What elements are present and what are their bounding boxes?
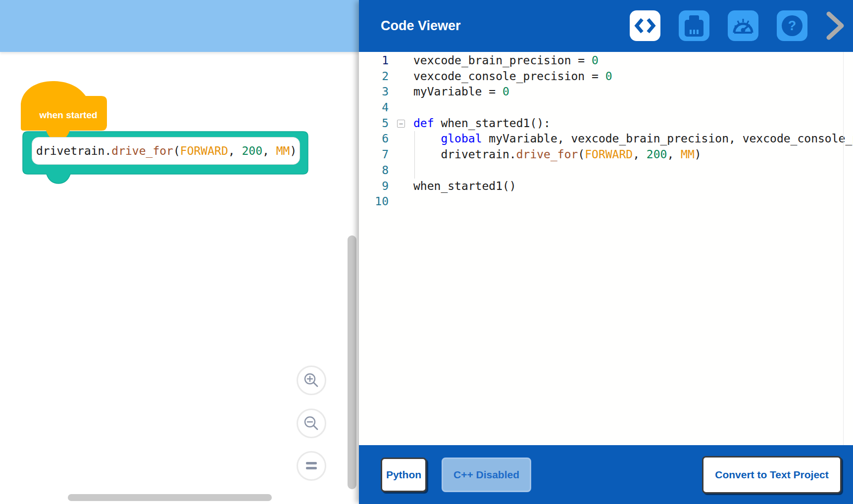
- zoom-out-button[interactable]: [297, 409, 326, 438]
- collapse-panel-chevron[interactable]: [825, 11, 846, 41]
- code-line[interactable]: 7 drivetrain.drive_for(FORWARD, 200, MM): [359, 147, 853, 163]
- code-line-text: when_started1(): [413, 179, 516, 194]
- block-token: 200: [242, 144, 262, 157]
- fold-gutter: [389, 179, 413, 194]
- panel-title: Code Viewer: [381, 0, 461, 52]
- fold-gutter: [389, 163, 413, 179]
- code-line[interactable]: 6 global myVariable, vexcode_brain_preci…: [359, 131, 853, 147]
- code-line[interactable]: 3myVariable = 0: [359, 84, 853, 100]
- line-number: 10: [359, 194, 389, 210]
- fold-gutter: [389, 69, 413, 85]
- code-line[interactable]: 2vexcode_console_precision = 0: [359, 69, 853, 85]
- block-token: (: [173, 144, 180, 157]
- code-icon: [634, 17, 656, 35]
- code-line-text: def when_started1():: [413, 116, 551, 132]
- line-number: 5: [359, 116, 389, 132]
- zoom-out-icon: [303, 415, 320, 432]
- code-line-text: vexcode_brain_precision = 0: [413, 53, 599, 69]
- block-token: ): [290, 144, 297, 157]
- zoom-in-button[interactable]: [297, 366, 326, 395]
- code-viewer-footer: Python C++ Disabled Convert to Text Proj…: [359, 445, 853, 504]
- block-token: FORWARD: [180, 144, 228, 157]
- editor-scrollbar-track-border: [843, 52, 844, 445]
- line-number: 6: [359, 131, 389, 147]
- fold-gutter: [389, 100, 413, 116]
- dashboard-view-button[interactable]: [728, 10, 758, 41]
- brain-view-button[interactable]: [679, 10, 709, 41]
- fold-gutter: [389, 53, 413, 69]
- code-line[interactable]: 8: [359, 163, 853, 179]
- help-icon: ?: [780, 14, 804, 38]
- block-token: drive_for: [111, 144, 173, 157]
- block-token: MM: [276, 144, 290, 157]
- code-line[interactable]: 4: [359, 100, 853, 116]
- drive-for-block-field[interactable]: drivetrain.drive_for(FORWARD, 200, MM): [32, 137, 300, 165]
- fold-gutter: [389, 194, 413, 210]
- help-button[interactable]: ?: [777, 10, 807, 41]
- fold-gutter: [389, 84, 413, 100]
- gauge-icon: [732, 16, 754, 36]
- code-line[interactable]: 5def when_started1():: [359, 116, 853, 132]
- svg-text:?: ?: [788, 18, 797, 33]
- code-line[interactable]: 10: [359, 194, 853, 210]
- fold-marker[interactable]: −: [397, 120, 405, 128]
- fold-gutter: [389, 131, 413, 147]
- block-token: ,: [228, 144, 242, 157]
- line-number: 7: [359, 147, 389, 163]
- zoom-in-icon: [303, 372, 320, 389]
- block-workspace[interactable]: when started drivetrain.drive_for(FORWAR…: [0, 0, 359, 504]
- code-line-text: myVariable = 0: [413, 84, 509, 100]
- code-line-text: vexcode_console_precision = 0: [413, 69, 612, 85]
- indent-guide: [414, 131, 415, 179]
- line-number: 2: [359, 69, 389, 85]
- code-editor[interactable]: 1vexcode_brain_precision = 02vexcode_con…: [359, 52, 853, 445]
- line-number: 3: [359, 84, 389, 100]
- line-number: 9: [359, 179, 389, 194]
- cpp-disabled-button[interactable]: C++ Disabled: [442, 458, 531, 492]
- code-viewer-header: Code Viewer: [359, 0, 853, 52]
- zoom-reset-icon: [304, 460, 319, 471]
- workspace-horizontal-scrollbar[interactable]: [68, 494, 272, 501]
- code-line-text: global myVariable, vexcode_brain_precisi…: [413, 131, 853, 147]
- block-token: drivetrain.: [36, 144, 111, 157]
- code-lines: 1vexcode_brain_precision = 02vexcode_con…: [359, 52, 853, 210]
- line-number: 8: [359, 163, 389, 179]
- workspace-vertical-scrollbar[interactable]: [348, 235, 356, 489]
- convert-to-text-project-button[interactable]: Convert to Text Project: [702, 456, 842, 494]
- brain-icon: [683, 14, 705, 37]
- code-viewer-panel: Code Viewer: [359, 0, 853, 504]
- code-line[interactable]: 9when_started1(): [359, 179, 853, 194]
- zoom-reset-button[interactable]: [297, 451, 326, 481]
- fold-gutter: [389, 147, 413, 163]
- code-line[interactable]: 1vexcode_brain_precision = 0: [359, 53, 853, 69]
- python-button[interactable]: Python: [381, 458, 427, 492]
- code-line-text: drivetrain.drive_for(FORWARD, 200, MM): [413, 147, 702, 163]
- when-started-block[interactable]: when started: [30, 108, 107, 123]
- blocks-canvas: [0, 0, 359, 247]
- code-viewer-tab-button[interactable]: [630, 10, 660, 41]
- line-number: 4: [359, 100, 389, 116]
- line-number: 1: [359, 53, 389, 69]
- block-token: ,: [262, 144, 276, 157]
